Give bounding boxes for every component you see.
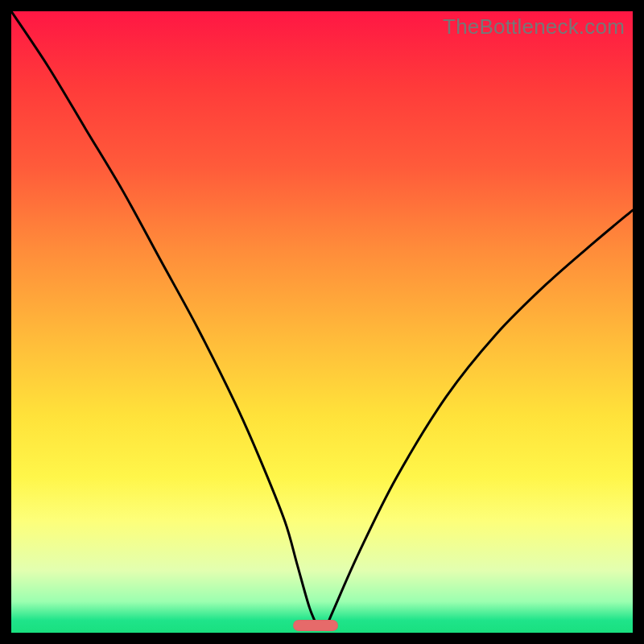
optimal-marker <box>293 620 338 631</box>
bottleneck-curve <box>11 11 633 633</box>
chart-frame: TheBottleneck.com <box>0 0 644 644</box>
plot-area: TheBottleneck.com <box>11 11 633 633</box>
curve-right-branch <box>325 210 633 630</box>
curve-left-branch <box>11 11 319 630</box>
